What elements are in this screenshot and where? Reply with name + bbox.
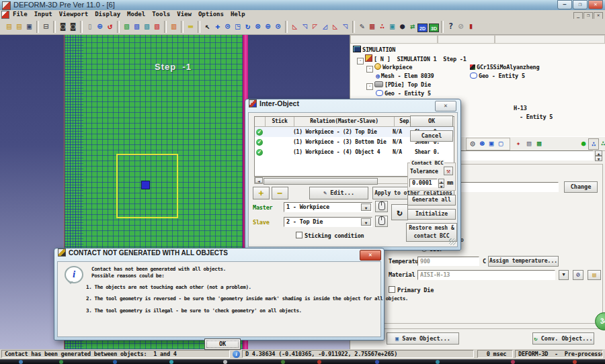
tree-header-col3[interactable] (495, 35, 605, 44)
generate-all-button[interactable]: Generate all (407, 195, 456, 206)
multi-object-icon[interactable]: ▣ (387, 20, 397, 33)
cube-icon[interactable]: ▧ (524, 138, 534, 148)
menu-file[interactable]: File (9, 10, 31, 19)
menu-tools[interactable]: Tools (149, 10, 173, 19)
initialize-button[interactable]: Initialize (407, 209, 456, 220)
material-field[interactable]: AISI-H-13 (417, 270, 555, 280)
measure-icon[interactable]: ▬ (186, 20, 196, 33)
master-pick-button[interactable] (375, 201, 388, 212)
master-combo[interactable]: 1 - Workpiece▼ (284, 202, 372, 212)
object-cube-teal-icon[interactable]: ▧ (142, 20, 152, 33)
image-icon[interactable]: ▦ (367, 20, 377, 33)
ok-button[interactable]: OK (410, 116, 453, 127)
mesh-globe-icon[interactable]: ⊛ (477, 138, 487, 148)
warning-ok-button[interactable]: OK (204, 338, 241, 350)
tree-header-col1[interactable] (350, 35, 438, 44)
tree-item-simulation-root[interactable]: SIMULATION (353, 46, 395, 54)
primary-die-checkbox[interactable]: Primary Die (389, 286, 434, 293)
tree-header-col2[interactable] (438, 35, 495, 44)
tolerance-field[interactable]: 0.0001 (409, 179, 438, 187)
spin-down-icon[interactable]: ▼ (595, 156, 602, 161)
display-outline-icon[interactable]: ▢ (496, 138, 506, 148)
point-set-icon[interactable]: ∴ (377, 20, 387, 33)
undo-view-icon[interactable]: ↺ (105, 20, 115, 33)
collapse-icon[interactable]: - (357, 58, 364, 64)
tree-item-top-die[interactable]: -[PDie] Top Die (366, 81, 431, 89)
tree-collapse-icon[interactable]: ∴ (588, 138, 599, 150)
temperature-field[interactable]: 900 (417, 257, 479, 266)
snapshot-icon[interactable]: ◙ (58, 20, 68, 33)
scroll-left-icon[interactable]: ◄ (255, 177, 263, 183)
open-database-icon[interactable]: ▤ (4, 20, 14, 33)
object-cube-green-icon[interactable]: ▧ (122, 20, 132, 33)
spin-up-icon[interactable]: ▲ (438, 179, 444, 183)
database-icon[interactable]: ● (397, 20, 407, 33)
menu-options[interactable]: Options (195, 10, 227, 19)
menu-help[interactable]: Help (227, 10, 249, 19)
collapse-icon[interactable]: - (366, 83, 373, 90)
relation-row[interactable]: ✓ (1) Workpiece - (4) Object 4 N/A Shear… (255, 147, 454, 157)
zoom-window-icon[interactable]: ◳ (233, 20, 243, 33)
rotate-y-icon[interactable]: ⊕ (263, 20, 273, 33)
rotate-x-icon[interactable]: ⊗ (253, 20, 263, 33)
select-cursor-icon[interactable]: ↖ (202, 20, 212, 33)
capture-film-icon[interactable]: ◙ (68, 20, 78, 33)
view-orient-4-icon[interactable]: ◿ (320, 20, 330, 33)
display-filled-icon[interactable]: ▣ (487, 138, 496, 148)
menu-viewport[interactable]: Viewport (56, 10, 91, 19)
pick-edit-icon[interactable]: ✎ (357, 20, 367, 33)
menu-display[interactable]: Display (91, 10, 124, 19)
view-orient-1-icon[interactable]: ◺ (290, 20, 300, 33)
print-icon[interactable]: ⊟ (41, 20, 51, 33)
tree-item-simulation-1[interactable]: -[ N ] SIMULATION 1 Step -1 (357, 54, 467, 62)
view-orient-5-icon[interactable]: ◺ (330, 20, 340, 33)
tree-item-top-die-geo[interactable]: Geo - Entity 5 (376, 89, 431, 97)
view-orient-6-icon[interactable]: ◹ (340, 20, 350, 33)
mode-2d-icon[interactable]: 2D (417, 24, 428, 32)
tolerance-spinner[interactable]: ▲ ▼ (438, 179, 444, 188)
resize-grip[interactable] (449, 238, 456, 245)
open-folder-icon[interactable]: ▤ (14, 20, 24, 33)
center-object-icon[interactable]: ⊕ (95, 20, 105, 33)
save-icon[interactable]: ▣ (24, 20, 34, 33)
probe-icon[interactable]: ◎ (468, 138, 477, 148)
slave-combo[interactable]: 2 - Top Die▼ (284, 217, 372, 227)
object-cube-red-icon[interactable]: ▧ (152, 20, 162, 33)
windows-taskbar[interactable] (0, 359, 605, 364)
dialog-close-icon[interactable]: ✕ (435, 101, 456, 111)
pan-icon[interactable]: ✚ (212, 20, 223, 33)
view-orient-3-icon[interactable]: ◸ (310, 20, 320, 33)
edit-relation-button[interactable]: ✎ Edit... (309, 187, 368, 199)
disabled-icon[interactable]: ⊘ (456, 20, 466, 33)
remove-relation-button[interactable]: − (272, 187, 288, 199)
close-button[interactable]: ✕ (588, 0, 603, 9)
context-help-icon[interactable]: ? (446, 20, 456, 33)
tolerance-hammer-icon[interactable]: ⚒ (444, 167, 453, 175)
view-orient-2-icon[interactable]: ◹ (300, 20, 310, 33)
tree-item-workpiece-material[interactable]: GCr15SiMoAlyanzheng (470, 63, 539, 71)
inter-object-title-bar[interactable]: Inter-Object ✕ (245, 99, 460, 111)
cancel-button[interactable]: Cancel (410, 130, 453, 142)
sticking-condition-checkbox[interactable]: Sticking condition (296, 232, 364, 239)
material-delete-icon[interactable]: ⊘ (573, 270, 583, 280)
rotate-z-icon[interactable]: ⊙ (273, 20, 283, 33)
warning-title-bar[interactable]: CONTACT NOT GENERATED WITH ALL OBJECTS ✕ (54, 248, 384, 261)
minimize-button[interactable]: — (557, 0, 572, 9)
mdi-child-icon[interactable] (1, 11, 9, 19)
sync-icon[interactable]: ⇄ (407, 20, 417, 33)
spray-icon[interactable]: ▯ (85, 20, 95, 33)
menu-model[interactable]: Model (124, 10, 149, 19)
tree-item-workpiece-geo[interactable]: Geo - Entity 5 (470, 72, 525, 80)
material-dropdown-icon[interactable]: ▼ (559, 270, 569, 280)
tree-item-mesh[interactable]: ⊕Mesh - Elem 8039 (376, 72, 434, 80)
spin-up-icon[interactable]: ▲ (595, 150, 602, 156)
change-button[interactable]: Change (564, 181, 598, 193)
save-object-button[interactable]: ▣ Save Object... (387, 332, 459, 345)
material-load-icon[interactable]: ▤ (588, 270, 601, 280)
dropdown-icon[interactable]: ▼ (361, 203, 371, 211)
conv-object-button[interactable]: ↻ Conv. Object... (532, 332, 594, 345)
dropdown-icon[interactable]: ▼ (361, 218, 371, 226)
exit-icon[interactable]: ▮ (466, 20, 476, 33)
zoom-icon[interactable]: ⊙ (223, 20, 233, 33)
object-spinner[interactable]: ▲ ▼ (595, 150, 602, 161)
